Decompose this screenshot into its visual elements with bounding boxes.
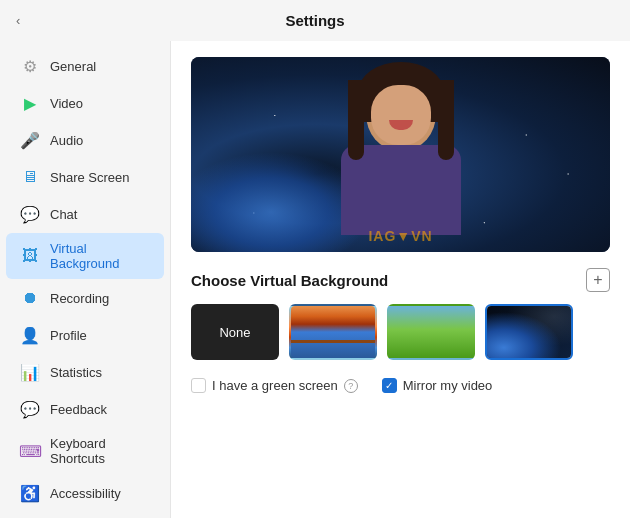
page-title: Settings — [285, 12, 344, 29]
sidebar-label-chat: Chat — [50, 207, 77, 222]
sidebar-icon-chat: 💬 — [20, 204, 40, 224]
sidebar-item-statistics[interactable]: 📊 Statistics — [6, 354, 164, 390]
sidebar: ⚙ General ▶ Video 🎤 Audio 🖥 Share Screen… — [0, 41, 170, 518]
person-preview — [331, 60, 471, 250]
video-preview: IAG▼VN — [191, 57, 610, 252]
person-head — [366, 70, 436, 150]
sidebar-item-chat[interactable]: 💬 Chat — [6, 196, 164, 232]
person-hair-right — [438, 80, 454, 160]
mirror-video-checkbox[interactable] — [382, 378, 397, 393]
sidebar-label-video: Video — [50, 96, 83, 111]
sidebar-label-feedback: Feedback — [50, 402, 107, 417]
section-title: Choose Virtual Background — [191, 272, 388, 289]
sidebar-icon-video: ▶ — [20, 93, 40, 113]
bg-option-space[interactable] — [485, 304, 573, 360]
person-face — [371, 85, 431, 145]
bg-option-grass[interactable] — [387, 304, 475, 360]
background-options: None — [191, 304, 610, 360]
sidebar-label-statistics: Statistics — [50, 365, 102, 380]
sidebar-item-feedback[interactable]: 💬 Feedback — [6, 391, 164, 427]
mirror-video-label[interactable]: Mirror my video — [382, 378, 493, 393]
green-screen-text: I have a green screen — [212, 378, 338, 393]
sidebar-item-general[interactable]: ⚙ General — [6, 48, 164, 84]
green-screen-label[interactable]: I have a green screen ? — [191, 378, 358, 393]
person-hair-left — [348, 80, 364, 160]
sidebar-item-accessibility[interactable]: ♿ Accessibility — [6, 475, 164, 511]
sidebar-label-audio: Audio — [50, 133, 83, 148]
title-bar: ‹ Settings — [0, 0, 630, 41]
bg-option-none[interactable]: None — [191, 304, 279, 360]
back-button[interactable]: ‹ — [16, 13, 20, 28]
add-background-button[interactable]: + — [586, 268, 610, 292]
sidebar-label-share-screen: Share Screen — [50, 170, 130, 185]
sidebar-label-recording: Recording — [50, 291, 109, 306]
sidebar-item-video[interactable]: ▶ Video — [6, 85, 164, 121]
sidebar-icon-feedback: 💬 — [20, 399, 40, 419]
sidebar-label-general: General — [50, 59, 96, 74]
sidebar-item-audio[interactable]: 🎤 Audio — [6, 122, 164, 158]
sidebar-icon-virtual-background: 🖼 — [20, 246, 40, 266]
sidebar-label-virtual-background: Virtual Background — [50, 241, 150, 271]
sidebar-item-keyboard-shortcuts[interactable]: ⌨ Keyboard Shortcuts — [6, 428, 164, 474]
sidebar-icon-accessibility: ♿ — [20, 483, 40, 503]
video-bg: IAG▼VN — [191, 57, 610, 252]
content-area: IAG▼VN Choose Virtual Background + None … — [170, 41, 630, 518]
section-title-row: Choose Virtual Background + — [191, 268, 610, 292]
main-content: ⚙ General ▶ Video 🎤 Audio 🖥 Share Screen… — [0, 41, 630, 518]
sidebar-item-share-screen[interactable]: 🖥 Share Screen — [6, 159, 164, 195]
sidebar-icon-recording: ⏺ — [20, 288, 40, 308]
sidebar-label-keyboard-shortcuts: Keyboard Shortcuts — [50, 436, 150, 466]
sidebar-icon-general: ⚙ — [20, 56, 40, 76]
sidebar-item-recording[interactable]: ⏺ Recording — [6, 280, 164, 316]
info-icon[interactable]: ? — [344, 379, 358, 393]
sidebar-icon-share-screen: 🖥 — [20, 167, 40, 187]
sidebar-icon-keyboard-shortcuts: ⌨ — [20, 441, 40, 461]
sidebar-item-virtual-background[interactable]: 🖼 Virtual Background — [6, 233, 164, 279]
sidebar-icon-statistics: 📊 — [20, 362, 40, 382]
sidebar-label-accessibility: Accessibility — [50, 486, 121, 501]
person-smile — [389, 120, 413, 130]
bg-option-bridge[interactable] — [289, 304, 377, 360]
bottom-options: I have a green screen ? Mirror my video — [191, 378, 610, 393]
sidebar-icon-profile: 👤 — [20, 325, 40, 345]
sidebar-item-profile[interactable]: 👤 Profile — [6, 317, 164, 353]
mirror-video-text: Mirror my video — [403, 378, 493, 393]
sidebar-label-profile: Profile — [50, 328, 87, 343]
watermark: IAG▼VN — [368, 228, 432, 244]
green-screen-checkbox[interactable] — [191, 378, 206, 393]
sidebar-icon-audio: 🎤 — [20, 130, 40, 150]
